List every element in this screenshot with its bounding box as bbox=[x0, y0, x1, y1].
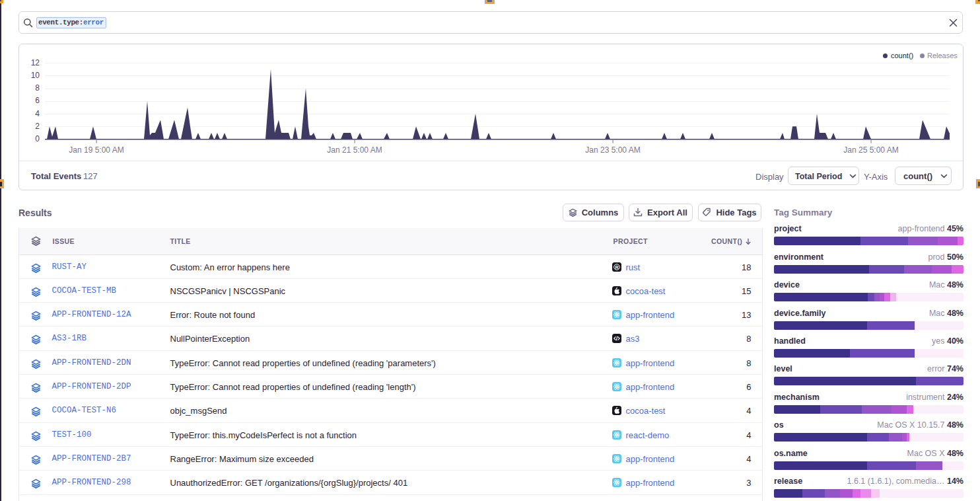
svg-text:R: R bbox=[615, 264, 619, 270]
